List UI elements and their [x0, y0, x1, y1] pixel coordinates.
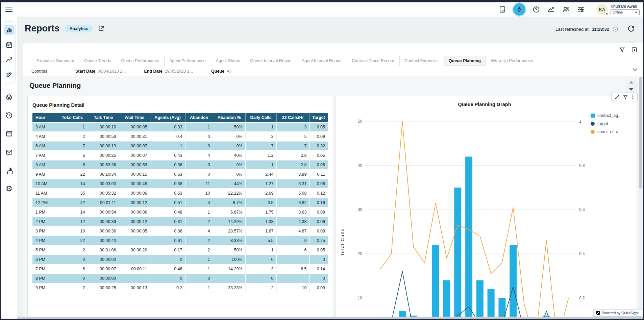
tab-wrap-up-performance[interactable]: Wrap-Up Performance: [486, 56, 538, 66]
export-icon[interactable]: [631, 46, 638, 53]
table-row[interactable]: 9 AM2206:10:3400:00:150.6300%2.443.890.1…: [32, 170, 328, 179]
notes-icon[interactable]: [498, 5, 506, 14]
tab-queue-interval-report[interactable]: Queue Interval Report: [245, 56, 297, 66]
bar-6am[interactable]: [399, 311, 406, 320]
table-row[interactable]: 8 PM000:00:000000: [32, 274, 328, 283]
sidebar-item-reports[interactable]: [3, 23, 15, 38]
refresh-icon[interactable]: [627, 25, 635, 33]
filter-icon[interactable]: [619, 46, 625, 53]
column-header[interactable]: Hour: [32, 113, 57, 122]
tab-queue-trends[interactable]: Queue Trends: [79, 56, 116, 66]
menu-icon[interactable]: [5, 7, 13, 12]
control-start-date[interactable]: Start Date09/04/2023 1...: [75, 69, 126, 74]
value-cell: 0.2: [150, 283, 185, 293]
value-cell: 4: [185, 226, 213, 236]
column-header[interactable]: 22 Calls/Hr: [276, 113, 309, 122]
combo-chart[interactable]: 501400.8300.6200.4100.2: [336, 96, 637, 320]
tab-queue-performance[interactable]: Queue Performance: [116, 56, 164, 66]
table-row[interactable]: 3 AM100:00:1000:00:050.33150%130.05: [32, 122, 328, 132]
value-cell: 0%: [213, 160, 245, 170]
value-cell: 0.05: [309, 160, 328, 170]
kebab-menu-icon[interactable]: [631, 94, 635, 99]
external-link-icon[interactable]: [98, 25, 104, 32]
value-cell: 44%: [213, 179, 245, 189]
bar-10am[interactable]: [443, 280, 450, 320]
sidebar: ⚙: [1, 17, 17, 319]
value-cell: 6: [57, 264, 88, 274]
table-row[interactable]: 1 PM1400:00:5400:00:060.4816.67%1.753.63…: [32, 207, 328, 217]
control-end-date[interactable]: End Date29/05/2023 1...: [144, 69, 193, 74]
quick-connect-icon[interactable]: [513, 3, 525, 16]
sidebar-item-browser[interactable]: [1, 125, 17, 143]
table-row[interactable]: 2 PM1200:00:3900:00:120.31214.29%1.334.3…: [32, 217, 328, 226]
sidebar-item-settings[interactable]: ⚙: [1, 179, 17, 198]
controls-collapse-chevron-icon[interactable]: [633, 68, 638, 71]
sidebar-item-mail[interactable]: [1, 143, 17, 161]
bar-1pm[interactable]: [476, 280, 484, 320]
column-header[interactable]: Wait Time: [119, 113, 150, 122]
control-queue[interactable]: QueueAll: [211, 69, 231, 74]
sidebar-item-layers[interactable]: [1, 88, 17, 106]
table-row[interactable]: 7 PM600:00:0700:00:110.46114.29%36.50.14: [32, 264, 328, 274]
help-icon[interactable]: [532, 5, 540, 14]
table-row[interactable]: 10 AM1400:03:0000:00:450.381144%1.273.31…: [32, 179, 328, 189]
table-row[interactable]: 3 PM1000:00:3600:00:050.36428.57%1.674.6…: [32, 226, 328, 236]
tab-contract-trace-record[interactable]: Contract Trace Record: [347, 56, 399, 66]
column-header[interactable]: Total Calls: [57, 113, 88, 122]
contacts-icon[interactable]: [562, 5, 570, 14]
preferences-icon[interactable]: [577, 5, 585, 14]
table-row[interactable]: 8 AM500:53:3600:00:590.3600%12.80.05: [32, 160, 328, 170]
table-row[interactable]: 9 PM200:00:2500:00:130.2133.33%2100.09: [32, 283, 328, 293]
info-icon[interactable]: [613, 26, 618, 32]
vertical-scrollbar[interactable]: [639, 76, 642, 319]
chart-filter-icon[interactable]: [623, 94, 628, 99]
dashboard-panel: Executive SummaryQueue TrendsQueue Perfo…: [23, 43, 643, 319]
tab-executive-summary[interactable]: Executive Summary: [31, 56, 79, 66]
table-row[interactable]: 7 AM600:00:2500:00:070.43440%1.22.80.05: [32, 151, 328, 160]
spinner-up-button[interactable]: [625, 79, 637, 86]
table-row[interactable]: 6 PM000:00:0001100%00: [32, 255, 328, 264]
sidebar-item-pie-reports[interactable]: [1, 161, 17, 179]
bar-4pm[interactable]: [510, 245, 517, 320]
tab-contact-forensics[interactable]: Contact Forensics: [399, 56, 444, 66]
table-row[interactable]: 11 AM3500:05:3200:00:060.531022.22%2.695…: [32, 189, 328, 198]
expand-icon[interactable]: [614, 94, 619, 99]
hour-cell: 10 AM: [32, 179, 57, 189]
tab-agent-performance[interactable]: Agent Performance: [164, 56, 211, 66]
value-cell: 00:00:40: [88, 236, 119, 245]
scrollbar-thumb[interactable]: [639, 77, 642, 189]
hour-cell: 4 PM: [32, 236, 57, 245]
column-header[interactable]: Daily Calls: [245, 113, 276, 122]
sidebar-item-history[interactable]: [1, 106, 17, 125]
line-series-count-of-a-[interactable]: [380, 121, 568, 320]
bar-9am[interactable]: [432, 245, 439, 320]
table-row[interactable]: 4 PM2200:00:400.6128.33%5.590.25: [32, 236, 328, 245]
sidebar-item-trends[interactable]: [3, 52, 15, 67]
tab-agent-interval-report[interactable]: Agent Interval Report: [297, 56, 347, 66]
bar-2pm[interactable]: [488, 289, 495, 320]
table-row[interactable]: 6 AM700:00:1300:00:07100%770.32: [32, 141, 328, 151]
status-select[interactable]: Offline: [611, 9, 640, 15]
column-header[interactable]: Agents (Avg): [150, 113, 185, 122]
value-cell: 1.27: [245, 179, 276, 189]
bar-12pm[interactable]: [465, 157, 472, 320]
avatar[interactable]: KA: [596, 4, 608, 15]
left-axis-tick: 50: [358, 119, 363, 124]
sidebar-item-schedule[interactable]: [3, 38, 15, 52]
tab-queue-planning[interactable]: Queue Planning: [444, 56, 486, 66]
metrics-icon[interactable]: [547, 5, 555, 14]
table-row[interactable]: 5 PM200:01:0600:00:200.17250%160.05: [32, 245, 328, 255]
column-header[interactable]: Abandon: [185, 113, 213, 122]
column-header[interactable]: Target: [309, 113, 328, 122]
table-row[interactable]: 4 AM200:00:5300:00:310.400%250.09: [32, 132, 328, 141]
column-header[interactable]: Abandon %: [213, 113, 245, 122]
table-row[interactable]: 12 PM4200:01:1100:00:120.5148.7%3.56.920…: [32, 198, 328, 207]
bar-11am[interactable]: [454, 188, 461, 320]
sidebar-item-design[interactable]: [3, 67, 15, 82]
horizontal-scrollbar[interactable]: [17, 317, 643, 319]
control-value: All: [227, 69, 231, 74]
spinner-down-button[interactable]: [625, 86, 637, 93]
column-header[interactable]: Talk Time: [88, 113, 119, 122]
tab-agent-status[interactable]: Agent Status: [211, 56, 245, 66]
value-cell: 0: [185, 132, 213, 141]
